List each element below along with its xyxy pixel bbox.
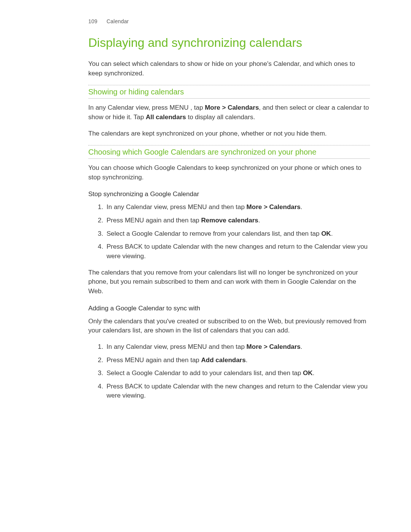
list-item: In any Calendar view, press MENU and the… <box>105 203 370 212</box>
list-item: In any Calendar view, press MENU and the… <box>105 342 370 352</box>
showing-para-1: In any Calendar view, press MENU , tap M… <box>88 103 370 122</box>
intro-paragraph: You can select which calendars to show o… <box>88 59 370 78</box>
list-item: Press BACK to update Calendar with the n… <box>105 382 370 401</box>
add-sync-intro: Only the calendars that you've created o… <box>88 317 370 335</box>
list-item: Select a Google Calendar to remove from … <box>105 229 370 239</box>
page-number: 109 <box>88 18 97 24</box>
showing-para-2: The calendars are kept synchronized on y… <box>88 129 370 139</box>
page-title: Displaying and synchronizing calendars <box>88 35 370 50</box>
stop-sync-steps: In any Calendar view, press MENU and the… <box>88 203 370 261</box>
list-item: Press MENU again and then tap Add calend… <box>105 356 370 365</box>
subheading-add-sync: Adding a Google Calendar to sync with <box>88 305 370 312</box>
list-item: Press BACK to update Calendar with the n… <box>105 242 370 261</box>
running-header: 109 Calendar <box>88 18 370 24</box>
stop-sync-note: The calendars that you remove from your … <box>88 268 370 296</box>
divider <box>88 85 370 85</box>
divider <box>88 145 370 145</box>
subheading-showing: Showing or hiding calendars <box>88 87 370 99</box>
list-item: Select a Google Calendar to add to your … <box>105 369 370 378</box>
subheading-choosing: Choosing which Google Calendars are sync… <box>88 147 370 159</box>
subheading-stop-sync: Stop synchronizing a Google Calendar <box>88 190 370 198</box>
add-sync-steps: In any Calendar view, press MENU and the… <box>88 342 370 401</box>
section-name: Calendar <box>107 18 129 24</box>
choosing-intro: You can choose which Google Calendars to… <box>88 163 370 182</box>
document-page: 109 Calendar Displaying and synchronizin… <box>0 0 411 532</box>
list-item: Press MENU again and then tap Remove cal… <box>105 216 370 225</box>
